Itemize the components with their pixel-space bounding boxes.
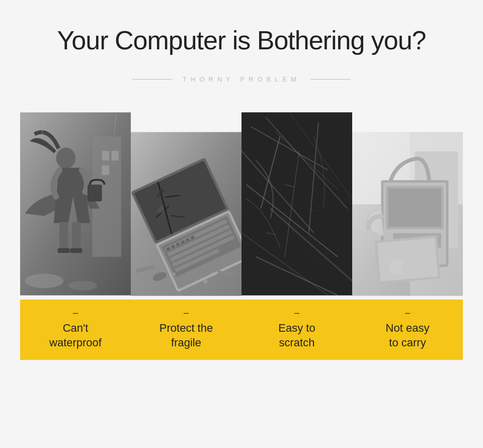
subtitle-row: THORNY PROBLEM: [132, 76, 351, 83]
svg-rect-6: [88, 185, 102, 201]
card-fragile: – Protect thefragile: [131, 128, 242, 360]
svg-point-11: [25, 274, 64, 288]
subtitle-line-right: [310, 79, 351, 80]
card-waterproof-image: [20, 108, 131, 300]
card-fragile-label: – Protect thefragile: [131, 300, 242, 360]
subtitle-text: THORNY PROBLEM: [183, 76, 300, 83]
card-carry: – Not easyto carry: [352, 128, 463, 360]
svg-point-44: [211, 273, 214, 276]
svg-point-12: [68, 281, 97, 290]
card-scratch: – Easy toscratch: [242, 108, 352, 360]
svg-point-77: [400, 264, 415, 275]
svg-rect-47: [242, 112, 352, 295]
scratched-screen-svg: [242, 108, 352, 300]
card-fragile-text: Protect thefragile: [159, 321, 213, 350]
card-fragile-image: [131, 128, 242, 300]
svg-rect-9: [58, 248, 70, 253]
svg-point-5: [56, 147, 75, 169]
wind-girl-svg: [20, 108, 131, 300]
svg-rect-10: [70, 248, 82, 253]
svg-point-45: [173, 273, 176, 276]
cards-container: – Can'twaterproof: [20, 108, 463, 360]
carrying-svg: [352, 128, 463, 300]
card-waterproof-dash: –: [73, 308, 78, 318]
card-carry-dash: –: [405, 308, 410, 318]
svg-rect-2: [102, 151, 109, 161]
card-waterproof-label: – Can'twaterproof: [20, 300, 131, 360]
page-container: Your Computer is Bothering you? THORNY P…: [0, 0, 483, 448]
svg-point-43: [203, 279, 207, 283]
card-carry-image: [352, 128, 463, 300]
card-waterproof-text: Can'twaterproof: [49, 321, 102, 350]
main-title: Your Computer is Bothering you?: [57, 25, 426, 55]
card-scratch-image: [242, 108, 352, 300]
card-waterproof: – Can'twaterproof: [20, 108, 131, 360]
card-fragile-dash: –: [184, 308, 189, 318]
svg-rect-8: [72, 222, 80, 251]
card-scratch-label: – Easy toscratch: [242, 300, 352, 360]
subtitle-line-left: [132, 79, 173, 80]
broken-laptop-svg: [131, 128, 242, 300]
card-scratch-dash: –: [294, 308, 299, 318]
svg-rect-7: [59, 222, 68, 251]
card-scratch-text: Easy toscratch: [278, 321, 315, 350]
svg-rect-71: [388, 188, 441, 227]
card-carry-label: – Not easyto carry: [352, 300, 463, 360]
card-carry-text: Not easyto carry: [386, 321, 430, 350]
svg-rect-4: [102, 165, 109, 175]
svg-rect-3: [112, 151, 119, 161]
